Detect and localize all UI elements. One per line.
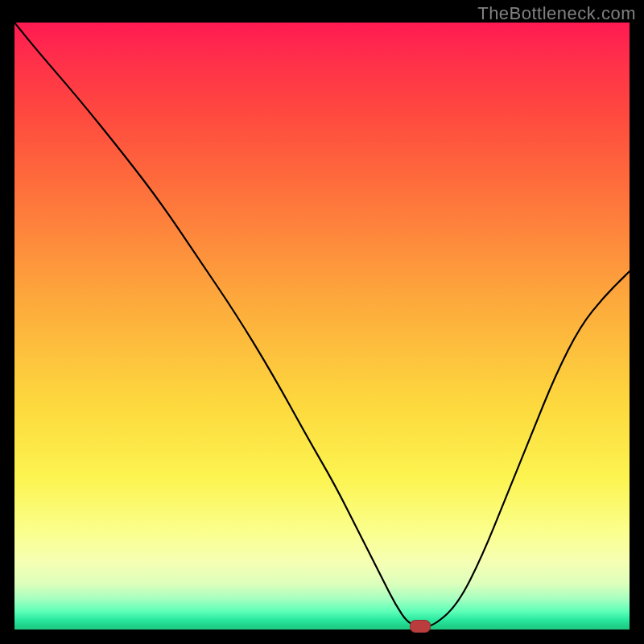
curve-overlay bbox=[14, 23, 630, 630]
optimal-point-marker bbox=[410, 620, 431, 633]
watermark-text: TheBottleneck.com bbox=[477, 3, 636, 24]
bottleneck-curve bbox=[14, 23, 630, 626]
plot-area bbox=[14, 23, 630, 630]
chart-container: TheBottleneck.com bbox=[0, 0, 644, 644]
